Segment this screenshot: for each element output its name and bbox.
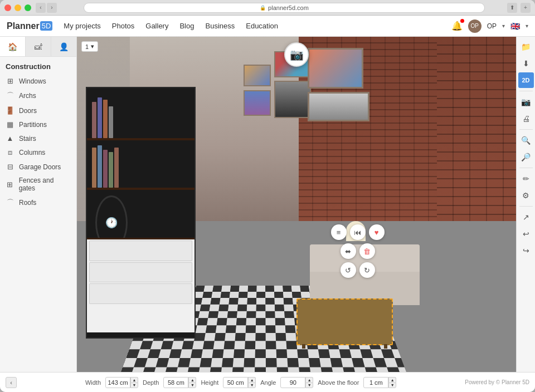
rt-divider-2 [519, 129, 533, 130]
height-label: Height [201, 379, 218, 386]
minimize-button[interactable] [14, 4, 21, 11]
sidebar-tab-furniture[interactable]: 🛋 [26, 37, 51, 56]
shelf-1 [87, 138, 194, 140]
angle-control: ▲ ▼ [280, 377, 313, 388]
nav-my-projects[interactable]: My projects [64, 22, 100, 30]
photo-frame[interactable] [308, 48, 363, 89]
sidebar-item-doors[interactable]: 🚪 Doors [0, 104, 76, 117]
window-frame: ‹ › 🔒 planner5d.com ⬆ + Planner 5D My pr… [0, 0, 535, 392]
nav-education[interactable]: Education [246, 22, 278, 30]
delete-button[interactable]: 🗑 [359, 243, 375, 259]
settings-ctrl-button[interactable]: ≡ [331, 224, 347, 240]
page-indicator[interactable]: 1 ▾ [81, 41, 98, 52]
favorite-button[interactable]: ♥ [369, 224, 385, 240]
rotate-left-button[interactable]: ↺ [341, 262, 356, 278]
back-button[interactable]: ‹ [36, 3, 46, 13]
user-chevron-icon[interactable]: ▾ [502, 23, 505, 29]
rt-print-button[interactable]: 🖨 [518, 111, 534, 126]
rt-edit-button[interactable]: ✏ [518, 171, 534, 187]
artwork-4[interactable] [244, 90, 271, 116]
sidebar-item-stairs[interactable]: ▲ Stairs [0, 131, 76, 145]
rotate-right-button[interactable]: ↻ [359, 262, 375, 278]
above-floor-down-button[interactable]: ▼ [388, 383, 396, 388]
sidebar-item-garage-doors[interactable]: ⊟ Garage Doors [0, 160, 76, 174]
rt-redo-button[interactable]: ↪ [518, 243, 534, 258]
move-ctrl-button[interactable]: ⬌ [341, 243, 356, 259]
title-bar: ‹ › 🔒 planner5d.com ⬆ + [0, 0, 535, 16]
width-up-button[interactable]: ▲ [130, 377, 138, 383]
notifications[interactable]: 🔔 [451, 21, 463, 31]
prev-ctrl-button[interactable]: ⏮ [350, 224, 366, 240]
above-floor-up-button[interactable]: ▲ [388, 377, 396, 383]
ctrl-row-top: ≡ ⏮ ♥ [331, 224, 385, 240]
partitions-icon: ▦ [6, 120, 14, 129]
notification-badge [460, 19, 464, 23]
viewport-area[interactable]: 🕐 [77, 37, 516, 372]
close-button[interactable] [4, 4, 11, 11]
page-number: 1 [85, 43, 89, 50]
rt-share-button[interactable]: ↗ [518, 209, 534, 225]
garage-icon: ⊟ [6, 163, 14, 171]
photo-wide[interactable] [308, 92, 369, 121]
sidebar-item-roofs[interactable]: ⌒ Roofs [0, 195, 76, 210]
coffee-table[interactable] [296, 298, 393, 345]
rt-zoom-out-button[interactable]: 🔎 [518, 149, 534, 165]
language-flag[interactable]: 🇬🇧 [510, 22, 520, 31]
bookshelf[interactable]: 🕐 [86, 87, 196, 339]
sidebar-item-fences[interactable]: ⊞ Fences and gates [0, 174, 76, 195]
sidebar-item-archs[interactable]: ⌒ Archs [0, 88, 76, 104]
sidebar-item-label: Stairs [19, 135, 36, 143]
user-label: OP [487, 22, 497, 30]
height-up-button[interactable]: ▲ [248, 377, 256, 383]
height-down-button[interactable]: ▼ [248, 383, 256, 388]
sidebar-tab-home[interactable]: 🏠 [0, 37, 26, 56]
lang-chevron-icon[interactable]: ▾ [526, 23, 528, 29]
camera-button[interactable]: 📷 [284, 42, 309, 67]
nav-business[interactable]: Business [205, 22, 235, 30]
bell-icon: 🔔 [451, 21, 463, 31]
angle-up-button[interactable]: ▲ [305, 377, 313, 383]
depth-input[interactable] [163, 377, 188, 388]
sidebar-item-windows[interactable]: ⊞ Windows [0, 74, 76, 88]
sidebar-item-columns[interactable]: ⧈ Columns [0, 145, 76, 160]
collapse-button[interactable]: ‹ [6, 377, 17, 388]
lock-icon: 🔒 [260, 5, 266, 11]
rt-zoom-in-button[interactable]: 🔍 [518, 133, 534, 148]
rt-settings-button[interactable]: ⚙ [518, 188, 534, 203]
sidebar-tab-people[interactable]: 👤 [51, 37, 76, 56]
maximize-button[interactable] [25, 4, 31, 11]
rt-folder-button[interactable]: 📁 [518, 39, 534, 55]
avatar[interactable]: OP [468, 19, 481, 33]
rt-divider-4 [519, 206, 533, 207]
artwork-2[interactable] [274, 81, 311, 117]
rt-2d-button[interactable]: 2D [518, 72, 534, 88]
add-tab-button[interactable]: + [521, 3, 531, 13]
angle-down-button[interactable]: ▼ [305, 383, 313, 388]
nav-photos[interactable]: Photos [112, 22, 134, 30]
sidebar-item-label: Columns [19, 149, 45, 156]
rt-download-button[interactable]: ⬇ [518, 56, 534, 71]
address-bar[interactable]: 🔒 planner5d.com [84, 3, 485, 13]
angle-input[interactable] [280, 377, 305, 388]
height-input[interactable] [223, 377, 248, 388]
rt-undo-button[interactable]: ↩ [518, 226, 534, 242]
powered-by-text: Powered by © Planner 5D [465, 379, 529, 385]
dimension-controls: Width ▲ ▼ Depth ▲ ▼ Height ▲ [85, 377, 396, 388]
sidebar-item-label: Fences and gates [19, 177, 71, 192]
nav-blog[interactable]: Blog [179, 22, 194, 30]
artwork-3[interactable] [244, 65, 271, 87]
above-floor-input[interactable] [363, 377, 388, 388]
nav-gallery[interactable]: Gallery [145, 22, 168, 30]
rt-divider-3 [519, 168, 533, 168]
width-input[interactable] [105, 377, 130, 388]
depth-up-button[interactable]: ▲ [188, 377, 196, 383]
sidebar-item-partitions[interactable]: ▦ Partitions [0, 117, 76, 131]
depth-down-button[interactable]: ▼ [188, 383, 196, 388]
roofs-icon: ⌒ [6, 198, 14, 208]
shelf-content-2 [92, 143, 189, 188]
3d-scene: 🕐 [77, 37, 516, 372]
forward-button[interactable]: › [47, 3, 57, 13]
share-button[interactable]: ⬆ [507, 3, 517, 13]
rt-camera-button[interactable]: 📷 [518, 94, 534, 110]
width-down-button[interactable]: ▼ [130, 383, 138, 388]
